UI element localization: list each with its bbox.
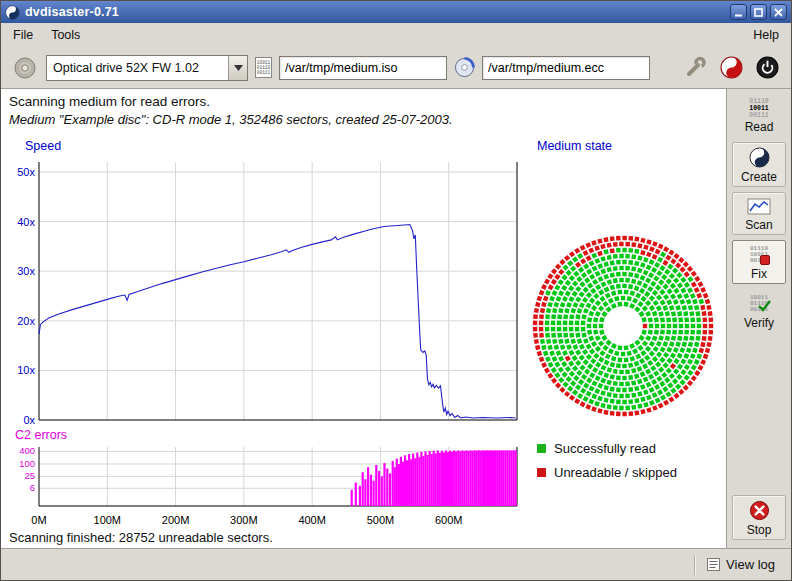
drive-button[interactable]: [11, 54, 39, 82]
log-icon: [707, 558, 720, 571]
menu-help[interactable]: Help: [744, 25, 788, 45]
legend-read-label: Successfully read: [554, 441, 656, 456]
stop-icon: [748, 499, 771, 522]
view-log-label: View log: [726, 557, 775, 572]
maximize-button[interactable]: [750, 4, 767, 20]
legend-read-swatch: [537, 444, 546, 453]
main-area: Scanning medium for read errors. Medium …: [1, 89, 791, 548]
read-button-label: Read: [745, 120, 774, 134]
svg-text:500M: 500M: [367, 514, 395, 526]
check-icon: [758, 300, 771, 315]
legend-error-swatch: [537, 468, 546, 477]
preferences-button[interactable]: [682, 54, 709, 81]
svg-text:600M: 600M: [435, 514, 463, 526]
action-sidebar: 01110 10011 00111 Read Create: [727, 89, 791, 548]
titlebar[interactable]: dvdisaster-0.71: [1, 1, 791, 23]
menubar: File Tools Help: [1, 23, 791, 47]
app-icon: [5, 5, 20, 20]
scan-button-label: Scan: [745, 218, 772, 232]
iso-path-input[interactable]: [279, 56, 447, 80]
menu-tools[interactable]: Tools: [42, 25, 89, 45]
yin-yang-red-icon: [720, 56, 743, 79]
read-icon: 01110 10011 00111: [749, 98, 769, 119]
statusbar: View log: [1, 548, 791, 580]
yin-yang-icon: [748, 146, 771, 169]
svg-text:10x: 10x: [17, 364, 35, 376]
fix-button-label: Fix: [751, 267, 767, 281]
svg-text:300M: 300M: [230, 514, 258, 526]
stop-button-label: Stop: [747, 523, 772, 537]
status-line1: Scanning medium for read errors.: [9, 94, 210, 109]
svg-text:100: 100: [19, 458, 35, 469]
cd-drive-icon: [13, 56, 37, 80]
fix-icon: 01110 10011 00111: [747, 244, 771, 266]
svg-text:30x: 30x: [17, 265, 35, 277]
create-button-label: Create: [741, 170, 777, 184]
verify-icon: 10011 01110 00111: [747, 293, 771, 315]
svg-text:6: 6: [30, 482, 35, 493]
svg-text:400M: 400M: [298, 514, 326, 526]
app-logo-button[interactable]: [718, 54, 745, 81]
ecc-file-icon: [454, 57, 475, 78]
svg-text:50x: 50x: [17, 166, 35, 178]
view-log-button[interactable]: View log: [703, 555, 779, 574]
read-button[interactable]: 01110 10011 00111 Read: [732, 94, 786, 137]
svg-text:20x: 20x: [17, 315, 35, 327]
toolbar: Optical drive 52X FW 1.02 10011 01110 00…: [1, 47, 791, 89]
legend-error: Unreadable / skipped: [537, 465, 677, 480]
chart-panel: Scanning medium for read errors. Medium …: [1, 89, 727, 548]
statusbar-separator: [694, 555, 695, 575]
verify-button-label: Verify: [744, 316, 774, 330]
minimize-button[interactable]: [730, 4, 747, 20]
svg-text:200M: 200M: [162, 514, 190, 526]
quit-button[interactable]: [754, 54, 781, 81]
legend-read: Successfully read: [537, 441, 677, 456]
create-button[interactable]: Create: [732, 142, 786, 187]
wrench-icon: [684, 56, 707, 79]
chevron-down-icon: [228, 56, 247, 80]
app-window: dvdisaster-0.71 File Tools Help: [0, 0, 792, 581]
svg-text:40x: 40x: [17, 216, 35, 228]
menu-file[interactable]: File: [4, 25, 42, 45]
status-line2: Medium "Example disc": CD-R mode 1, 3524…: [9, 112, 453, 127]
scan-result-text: Scanning finished: 28752 unreadable sect…: [9, 530, 273, 545]
fix-patch-icon: [760, 255, 770, 265]
svg-text:0x: 0x: [23, 414, 35, 426]
medium-state-legend: Successfully read Unreadable / skipped: [537, 441, 677, 480]
drive-select[interactable]: Optical drive 52X FW 1.02: [46, 55, 248, 81]
iso-file-icon: 10011 01110 00111: [255, 57, 272, 78]
power-icon: [756, 56, 779, 79]
ecc-path-input[interactable]: [482, 56, 650, 80]
legend-error-label: Unreadable / skipped: [554, 465, 677, 480]
verify-button[interactable]: 10011 01110 00111 Verify: [732, 289, 786, 333]
window-title: dvdisaster-0.71: [25, 5, 725, 19]
svg-text:400: 400: [19, 445, 35, 456]
svg-text:100M: 100M: [94, 514, 122, 526]
close-button[interactable]: [770, 4, 787, 20]
scan-chart-icon: [747, 196, 771, 217]
stop-button[interactable]: Stop: [732, 495, 786, 540]
fix-button[interactable]: 01110 10011 00111 Fix: [732, 240, 786, 284]
svg-text:25: 25: [24, 470, 35, 481]
drive-select-value: Optical drive 52X FW 1.02: [47, 61, 228, 75]
scan-button[interactable]: Scan: [732, 192, 786, 235]
medium-state-disc: [530, 233, 716, 419]
svg-text:0M: 0M: [31, 514, 46, 526]
